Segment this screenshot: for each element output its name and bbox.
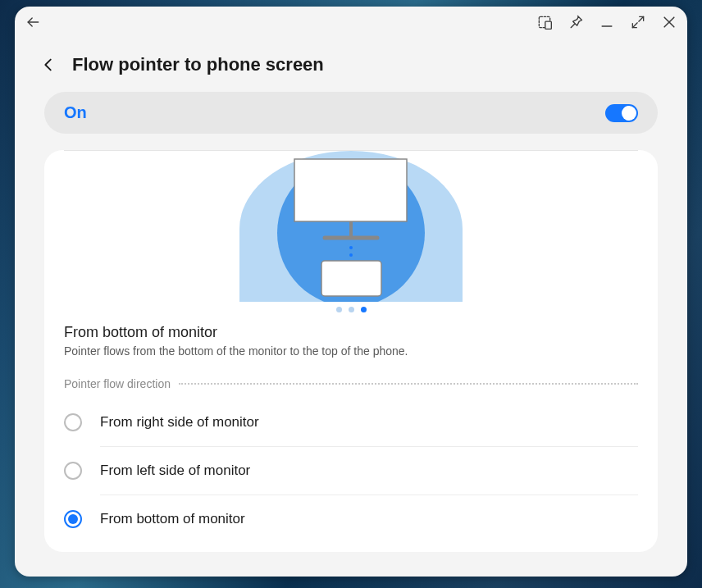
svg-line-5 xyxy=(632,23,637,28)
minimize-icon[interactable] xyxy=(599,14,615,30)
radio-icon xyxy=(64,462,82,480)
pager-dot-0[interactable] xyxy=(336,307,342,312)
toggle-switch[interactable] xyxy=(605,104,638,122)
flow-illustration xyxy=(64,151,638,302)
titlebar xyxy=(15,7,687,38)
caption-title: From bottom of monitor xyxy=(64,324,638,341)
option-right-side[interactable]: From right side of monitor xyxy=(64,399,638,446)
radio-icon xyxy=(64,510,82,528)
caption-subtitle: Pointer flows from the bottom of the mon… xyxy=(64,344,638,358)
back-arrow-icon[interactable] xyxy=(25,14,41,30)
page-header: Flow pointer to phone screen xyxy=(34,54,668,75)
section-label: Pointer flow direction xyxy=(64,377,171,390)
illustration-container xyxy=(64,150,638,324)
page-title: Flow pointer to phone screen xyxy=(72,54,324,75)
svg-point-13 xyxy=(349,253,353,257)
option-label: From right side of monitor xyxy=(100,414,259,431)
svg-line-4 xyxy=(639,16,644,21)
toggle-thumb xyxy=(622,106,636,121)
pager-dot-2[interactable] xyxy=(361,307,367,312)
svg-rect-9 xyxy=(294,159,407,221)
close-icon[interactable] xyxy=(661,14,677,30)
option-bottom[interactable]: From bottom of monitor xyxy=(64,495,638,543)
pager-dots xyxy=(64,302,638,324)
scan-icon[interactable] xyxy=(536,14,553,30)
illustration-caption: From bottom of monitor Pointer flows fro… xyxy=(44,324,658,372)
radio-icon xyxy=(64,413,82,431)
svg-point-12 xyxy=(349,246,353,249)
options-card: From bottom of monitor Pointer flows fro… xyxy=(44,150,658,552)
expand-icon[interactable] xyxy=(630,14,646,30)
svg-rect-14 xyxy=(321,261,381,296)
content-area: Flow pointer to phone screen On xyxy=(15,38,687,577)
master-toggle-row[interactable]: On xyxy=(44,92,658,134)
option-label: From left side of monitor xyxy=(100,463,250,479)
radio-list: From right side of monitor From left sid… xyxy=(44,399,658,543)
section-header: Pointer flow direction xyxy=(44,372,658,399)
toggle-label: On xyxy=(64,103,87,122)
option-label: From bottom of monitor xyxy=(100,511,245,527)
back-button[interactable] xyxy=(38,54,59,75)
pager-dot-1[interactable] xyxy=(349,307,354,312)
section-divider xyxy=(179,383,638,385)
svg-rect-2 xyxy=(545,21,552,29)
settings-window: Flow pointer to phone screen On xyxy=(15,7,687,577)
pin-icon[interactable] xyxy=(568,14,584,30)
option-left-side[interactable]: From left side of monitor xyxy=(64,447,638,495)
